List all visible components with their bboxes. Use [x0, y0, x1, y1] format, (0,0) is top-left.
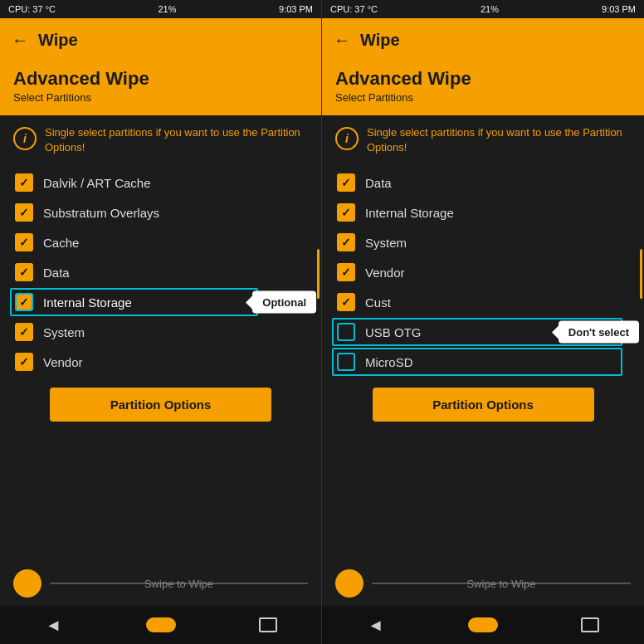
- swipe-area-left: Swipe to Wipe: [0, 561, 321, 606]
- checkbox-cust-r[interactable]: ✓: [337, 293, 355, 311]
- info-row-left: i Single select partitions if you want t…: [13, 125, 308, 155]
- cpu-temp-left: CPU: 37 °C: [8, 4, 56, 14]
- info-row-right: i Single select partitions if you want t…: [335, 125, 631, 155]
- partition-label-system: System: [43, 325, 85, 339]
- partition-label-dalvik: Dalvik / ART Cache: [43, 176, 151, 190]
- nav-bar-left: ◄: [0, 606, 321, 644]
- nav-home-left[interactable]: [146, 615, 176, 635]
- nav-back-right[interactable]: ◄: [361, 615, 391, 635]
- info-text-right: Single select partitions if you want to …: [367, 125, 631, 155]
- partition-options-btn-left[interactable]: Partition Options: [50, 388, 271, 422]
- checkbox-system[interactable]: ✓: [15, 323, 33, 341]
- partition-label-internal-r: Internal Storage: [365, 206, 454, 220]
- checkbox-internal[interactable]: ✓: [15, 293, 33, 311]
- nav-recents-icon-right: [581, 617, 599, 632]
- partition-label-microsd-r: MicroSD: [365, 355, 413, 369]
- info-icon-left: i: [13, 127, 37, 150]
- swipe-label-right: Swipe to Wipe: [466, 578, 535, 590]
- partition-item-data-r[interactable]: ✓ Data: [335, 168, 631, 197]
- back-button-right[interactable]: ←: [334, 31, 350, 50]
- checkbox-dalvik[interactable]: ✓: [15, 173, 33, 192]
- checkbox-usbotg-r[interactable]: [337, 323, 355, 341]
- swipe-circle-right[interactable]: [335, 569, 363, 598]
- nav-back-icon-right: ◄: [368, 616, 384, 635]
- cpu-temp-right: CPU: 37 °C: [330, 4, 378, 14]
- toolbar-title-right: Wipe: [360, 31, 400, 50]
- header-section-left: Advanced Wipe Select Partitions: [0, 61, 321, 115]
- partition-item-vendor-r[interactable]: ✓ Vendor: [335, 258, 631, 286]
- content-area-right: i Single select partitions if you want t…: [322, 115, 644, 561]
- checkbox-system-r[interactable]: ✓: [337, 233, 355, 251]
- partition-item-usbotg-r[interactable]: USB OTG Don't select: [335, 318, 631, 346]
- partition-options-btn-right[interactable]: Partition Options: [373, 388, 594, 422]
- partition-label-data-r: Data: [365, 176, 392, 190]
- nav-back-icon-left: ◄: [46, 616, 62, 635]
- time-left: 9:03 PM: [279, 4, 313, 14]
- partition-item-vendor[interactable]: ✓ Vendor: [13, 348, 308, 376]
- partition-item-microsd-r[interactable]: MicroSD: [335, 348, 631, 376]
- partition-item-data[interactable]: ✓ Data: [13, 258, 308, 286]
- swipe-area-right: Swipe to Wipe: [322, 561, 644, 606]
- partition-item-system-r[interactable]: ✓ System: [335, 228, 631, 256]
- checkbox-internal-r[interactable]: ✓: [337, 203, 355, 222]
- advanced-wipe-title-left: Advanced Wipe: [13, 68, 308, 90]
- tooltip-dont-select: Don't select: [559, 321, 639, 344]
- info-icon-right: i: [335, 127, 359, 150]
- status-bar-right: CPU: 37 °C 21% 9:03 PM: [322, 0, 644, 18]
- checkbox-data-r[interactable]: ✓: [337, 173, 355, 192]
- partition-item-cache[interactable]: ✓ Cache: [13, 228, 308, 256]
- swipe-container-left: Swipe to Wipe: [50, 583, 308, 584]
- panel-left: CPU: 37 °C 21% 9:03 PM ← Wipe Advanced W…: [0, 0, 322, 644]
- tooltip-optional: Optional: [252, 291, 316, 314]
- toolbar-right: ← Wipe: [322, 18, 644, 61]
- partition-list-left: ✓ Dalvik / ART Cache ✓ Substratum Overla…: [13, 168, 308, 376]
- partition-label-cust-r: Cust: [365, 295, 391, 310]
- checkbox-microsd-r[interactable]: [337, 353, 355, 371]
- swipe-container-right: Swipe to Wipe: [372, 583, 631, 584]
- select-partitions-sub-left: Select Partitions: [13, 91, 308, 104]
- partition-item-cust-r[interactable]: ✓ Cust: [335, 288, 631, 316]
- swipe-circle-left[interactable]: [13, 569, 41, 598]
- toolbar-left: ← Wipe: [0, 18, 321, 61]
- scrollbar-left[interactable]: [317, 249, 320, 299]
- checkbox-cache[interactable]: ✓: [15, 233, 33, 251]
- advanced-wipe-title-right: Advanced Wipe: [335, 68, 631, 90]
- time-right: 9:03 PM: [602, 4, 636, 14]
- partition-item-dalvik[interactable]: ✓ Dalvik / ART Cache: [13, 168, 308, 197]
- nav-bar-right: ◄: [322, 606, 644, 644]
- nav-recents-right[interactable]: [575, 615, 605, 635]
- select-partitions-sub-right: Select Partitions: [335, 91, 631, 104]
- partition-item-system[interactable]: ✓ System: [13, 318, 308, 346]
- toolbar-title-left: Wipe: [38, 31, 78, 50]
- panel-right: CPU: 37 °C 21% 9:03 PM ← Wipe Advanced W…: [322, 0, 644, 644]
- partition-label-internal: Internal Storage: [43, 295, 132, 310]
- partition-label-vendor: Vendor: [43, 355, 83, 369]
- partition-item-internal[interactable]: ✓ Internal Storage Optional: [13, 288, 308, 316]
- checkbox-substratum[interactable]: ✓: [15, 203, 33, 222]
- partition-label-vendor-r: Vendor: [365, 266, 405, 280]
- partition-label-cache: Cache: [43, 236, 79, 250]
- checkbox-vendor[interactable]: ✓: [15, 353, 33, 371]
- checkbox-vendor-r[interactable]: ✓: [337, 263, 355, 281]
- nav-back-left[interactable]: ◄: [39, 615, 69, 635]
- battery-left: 21%: [158, 4, 176, 14]
- battery-right: 21%: [481, 4, 499, 14]
- nav-home-icon-left: [146, 617, 176, 632]
- partition-list-right: ✓ Data ✓ Internal Storage ✓ System ✓ Ven…: [335, 168, 631, 376]
- nav-recents-left[interactable]: [253, 615, 283, 635]
- header-section-right: Advanced Wipe Select Partitions: [322, 61, 644, 115]
- partition-label-substratum: Substratum Overlays: [43, 206, 159, 220]
- content-area-left: i Single select partitions if you want t…: [0, 115, 321, 561]
- partition-label-data: Data: [43, 266, 70, 280]
- back-button-left[interactable]: ←: [12, 31, 28, 50]
- nav-home-icon-right: [468, 617, 498, 632]
- partition-item-internal-r[interactable]: ✓ Internal Storage: [335, 198, 631, 227]
- swipe-label-left: Swipe to Wipe: [144, 578, 213, 590]
- partition-item-substratum[interactable]: ✓ Substratum Overlays: [13, 198, 308, 227]
- nav-home-right[interactable]: [468, 615, 498, 635]
- partition-label-system-r: System: [365, 236, 407, 250]
- checkbox-data[interactable]: ✓: [15, 263, 33, 281]
- status-bar-left: CPU: 37 °C 21% 9:03 PM: [0, 0, 321, 18]
- partition-label-usbotg-r: USB OTG: [365, 325, 422, 339]
- scrollbar-right[interactable]: [640, 249, 642, 299]
